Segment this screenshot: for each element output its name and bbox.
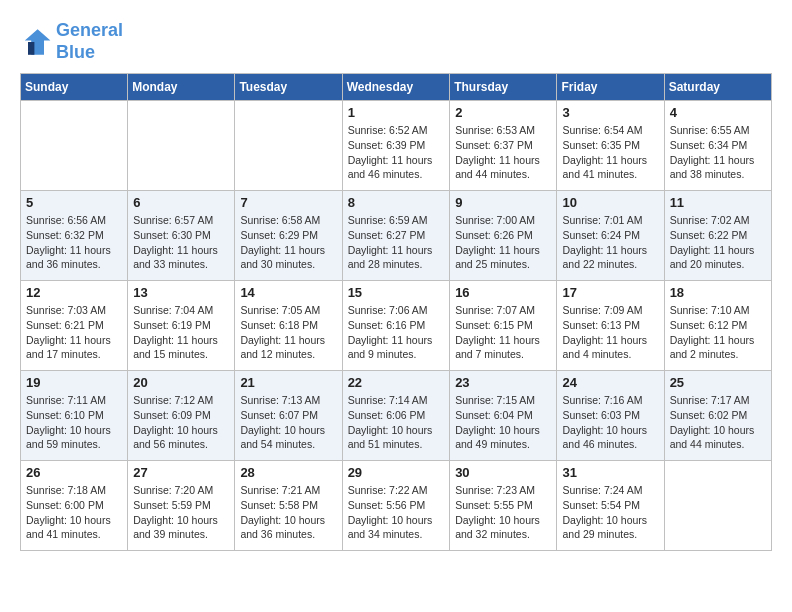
day-info: Sunrise: 7:04 AM Sunset: 6:19 PM Dayligh…	[133, 303, 229, 362]
calendar-cell	[235, 101, 342, 191]
day-info: Sunrise: 7:20 AM Sunset: 5:59 PM Dayligh…	[133, 483, 229, 542]
day-number: 4	[670, 105, 766, 120]
day-info: Sunrise: 6:54 AM Sunset: 6:35 PM Dayligh…	[562, 123, 658, 182]
day-number: 13	[133, 285, 229, 300]
calendar-week-row: 19Sunrise: 7:11 AM Sunset: 6:10 PM Dayli…	[21, 371, 772, 461]
day-number: 28	[240, 465, 336, 480]
day-number: 10	[562, 195, 658, 210]
weekday-header: Friday	[557, 74, 664, 101]
day-info: Sunrise: 7:13 AM Sunset: 6:07 PM Dayligh…	[240, 393, 336, 452]
calendar-cell: 12Sunrise: 7:03 AM Sunset: 6:21 PM Dayli…	[21, 281, 128, 371]
day-info: Sunrise: 7:02 AM Sunset: 6:22 PM Dayligh…	[670, 213, 766, 272]
day-number: 8	[348, 195, 445, 210]
day-info: Sunrise: 7:10 AM Sunset: 6:12 PM Dayligh…	[670, 303, 766, 362]
weekday-header: Saturday	[664, 74, 771, 101]
calendar-cell: 30Sunrise: 7:23 AM Sunset: 5:55 PM Dayli…	[450, 461, 557, 551]
day-info: Sunrise: 7:12 AM Sunset: 6:09 PM Dayligh…	[133, 393, 229, 452]
day-info: Sunrise: 7:03 AM Sunset: 6:21 PM Dayligh…	[26, 303, 122, 362]
calendar-week-row: 26Sunrise: 7:18 AM Sunset: 6:00 PM Dayli…	[21, 461, 772, 551]
logo-text: General Blue	[56, 20, 123, 63]
calendar-cell: 26Sunrise: 7:18 AM Sunset: 6:00 PM Dayli…	[21, 461, 128, 551]
calendar-table: SundayMondayTuesdayWednesdayThursdayFrid…	[20, 73, 772, 551]
day-number: 24	[562, 375, 658, 390]
calendar-cell: 20Sunrise: 7:12 AM Sunset: 6:09 PM Dayli…	[128, 371, 235, 461]
day-number: 9	[455, 195, 551, 210]
logo: General Blue	[20, 20, 123, 63]
calendar-cell: 27Sunrise: 7:20 AM Sunset: 5:59 PM Dayli…	[128, 461, 235, 551]
calendar-cell: 19Sunrise: 7:11 AM Sunset: 6:10 PM Dayli…	[21, 371, 128, 461]
calendar-cell: 24Sunrise: 7:16 AM Sunset: 6:03 PM Dayli…	[557, 371, 664, 461]
weekday-header: Thursday	[450, 74, 557, 101]
day-number: 2	[455, 105, 551, 120]
day-info: Sunrise: 7:22 AM Sunset: 5:56 PM Dayligh…	[348, 483, 445, 542]
calendar-cell: 22Sunrise: 7:14 AM Sunset: 6:06 PM Dayli…	[342, 371, 450, 461]
day-number: 7	[240, 195, 336, 210]
calendar-cell: 7Sunrise: 6:58 AM Sunset: 6:29 PM Daylig…	[235, 191, 342, 281]
day-info: Sunrise: 6:55 AM Sunset: 6:34 PM Dayligh…	[670, 123, 766, 182]
calendar-cell	[664, 461, 771, 551]
day-info: Sunrise: 7:17 AM Sunset: 6:02 PM Dayligh…	[670, 393, 766, 452]
calendar-cell	[128, 101, 235, 191]
day-info: Sunrise: 7:24 AM Sunset: 5:54 PM Dayligh…	[562, 483, 658, 542]
day-number: 3	[562, 105, 658, 120]
day-info: Sunrise: 7:14 AM Sunset: 6:06 PM Dayligh…	[348, 393, 445, 452]
day-number: 29	[348, 465, 445, 480]
day-number: 26	[26, 465, 122, 480]
page-header: General Blue	[20, 20, 772, 63]
calendar-cell: 10Sunrise: 7:01 AM Sunset: 6:24 PM Dayli…	[557, 191, 664, 281]
calendar-cell: 5Sunrise: 6:56 AM Sunset: 6:32 PM Daylig…	[21, 191, 128, 281]
day-info: Sunrise: 7:23 AM Sunset: 5:55 PM Dayligh…	[455, 483, 551, 542]
day-info: Sunrise: 7:01 AM Sunset: 6:24 PM Dayligh…	[562, 213, 658, 272]
day-number: 6	[133, 195, 229, 210]
day-info: Sunrise: 7:21 AM Sunset: 5:58 PM Dayligh…	[240, 483, 336, 542]
day-number: 17	[562, 285, 658, 300]
day-info: Sunrise: 6:56 AM Sunset: 6:32 PM Dayligh…	[26, 213, 122, 272]
day-number: 5	[26, 195, 122, 210]
calendar-cell: 21Sunrise: 7:13 AM Sunset: 6:07 PM Dayli…	[235, 371, 342, 461]
day-number: 21	[240, 375, 336, 390]
calendar-cell: 6Sunrise: 6:57 AM Sunset: 6:30 PM Daylig…	[128, 191, 235, 281]
day-number: 31	[562, 465, 658, 480]
day-info: Sunrise: 6:57 AM Sunset: 6:30 PM Dayligh…	[133, 213, 229, 272]
calendar-cell: 23Sunrise: 7:15 AM Sunset: 6:04 PM Dayli…	[450, 371, 557, 461]
calendar-cell: 17Sunrise: 7:09 AM Sunset: 6:13 PM Dayli…	[557, 281, 664, 371]
day-info: Sunrise: 7:00 AM Sunset: 6:26 PM Dayligh…	[455, 213, 551, 272]
calendar-header-row: SundayMondayTuesdayWednesdayThursdayFrid…	[21, 74, 772, 101]
weekday-header: Monday	[128, 74, 235, 101]
calendar-cell: 9Sunrise: 7:00 AM Sunset: 6:26 PM Daylig…	[450, 191, 557, 281]
calendar-cell: 8Sunrise: 6:59 AM Sunset: 6:27 PM Daylig…	[342, 191, 450, 281]
day-info: Sunrise: 7:06 AM Sunset: 6:16 PM Dayligh…	[348, 303, 445, 362]
calendar-cell	[21, 101, 128, 191]
day-number: 1	[348, 105, 445, 120]
day-number: 16	[455, 285, 551, 300]
day-number: 12	[26, 285, 122, 300]
day-number: 11	[670, 195, 766, 210]
day-info: Sunrise: 6:58 AM Sunset: 6:29 PM Dayligh…	[240, 213, 336, 272]
day-number: 20	[133, 375, 229, 390]
day-info: Sunrise: 6:53 AM Sunset: 6:37 PM Dayligh…	[455, 123, 551, 182]
calendar-cell: 25Sunrise: 7:17 AM Sunset: 6:02 PM Dayli…	[664, 371, 771, 461]
day-number: 15	[348, 285, 445, 300]
day-info: Sunrise: 7:05 AM Sunset: 6:18 PM Dayligh…	[240, 303, 336, 362]
day-number: 23	[455, 375, 551, 390]
calendar-cell: 3Sunrise: 6:54 AM Sunset: 6:35 PM Daylig…	[557, 101, 664, 191]
calendar-cell: 31Sunrise: 7:24 AM Sunset: 5:54 PM Dayli…	[557, 461, 664, 551]
calendar-cell: 16Sunrise: 7:07 AM Sunset: 6:15 PM Dayli…	[450, 281, 557, 371]
weekday-header: Wednesday	[342, 74, 450, 101]
weekday-header: Sunday	[21, 74, 128, 101]
day-number: 18	[670, 285, 766, 300]
calendar-cell: 29Sunrise: 7:22 AM Sunset: 5:56 PM Dayli…	[342, 461, 450, 551]
calendar-week-row: 5Sunrise: 6:56 AM Sunset: 6:32 PM Daylig…	[21, 191, 772, 281]
day-info: Sunrise: 7:18 AM Sunset: 6:00 PM Dayligh…	[26, 483, 122, 542]
day-number: 25	[670, 375, 766, 390]
weekday-header: Tuesday	[235, 74, 342, 101]
calendar-week-row: 12Sunrise: 7:03 AM Sunset: 6:21 PM Dayli…	[21, 281, 772, 371]
day-info: Sunrise: 7:07 AM Sunset: 6:15 PM Dayligh…	[455, 303, 551, 362]
svg-rect-1	[28, 42, 34, 55]
calendar-cell: 2Sunrise: 6:53 AM Sunset: 6:37 PM Daylig…	[450, 101, 557, 191]
day-info: Sunrise: 7:11 AM Sunset: 6:10 PM Dayligh…	[26, 393, 122, 452]
calendar-cell: 11Sunrise: 7:02 AM Sunset: 6:22 PM Dayli…	[664, 191, 771, 281]
calendar-week-row: 1Sunrise: 6:52 AM Sunset: 6:39 PM Daylig…	[21, 101, 772, 191]
calendar-cell: 18Sunrise: 7:10 AM Sunset: 6:12 PM Dayli…	[664, 281, 771, 371]
day-info: Sunrise: 7:16 AM Sunset: 6:03 PM Dayligh…	[562, 393, 658, 452]
